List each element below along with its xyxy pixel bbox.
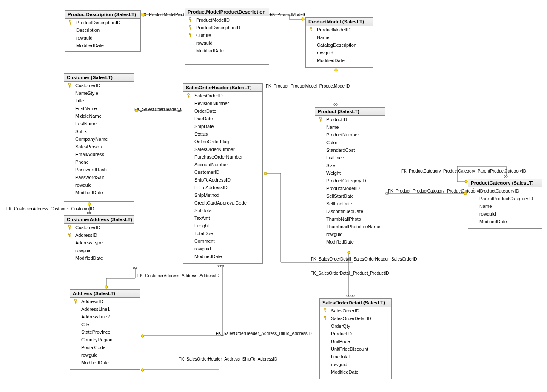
column-row[interactable]: PasswordSalt	[64, 173, 134, 181]
column-row[interactable]: rowguid	[320, 361, 391, 368]
table-productDescription[interactable]: ProductDescription (SalesLT)ProductDescr…	[65, 10, 141, 52]
table-salesOrderHeader[interactable]: SalesOrderHeader (SalesLT)SalesOrderIDRe…	[183, 83, 263, 264]
column-row[interactable]: SellStartDate	[315, 192, 385, 200]
table-address[interactable]: Address (SalesLT)AddressIDAddressLine1Ad…	[70, 289, 140, 370]
table-header[interactable]: CustomerAddress (SalesLT)	[64, 216, 134, 224]
table-pmpd[interactable]: ProductModelProductDescriptionProductMod…	[185, 8, 269, 65]
column-row[interactable]: UnitPriceDiscount	[320, 345, 391, 353]
column-row[interactable]: ShipToAddressID	[183, 176, 262, 184]
column-row[interactable]: UnitPrice	[320, 338, 391, 345]
column-row[interactable]: ListPrice	[315, 154, 385, 162]
column-row[interactable]: ModifiedDate	[315, 238, 385, 246]
table-header[interactable]: ProductCategory (SalesLT)	[468, 179, 542, 187]
table-header[interactable]: Customer (SalesLT)	[64, 74, 134, 82]
column-row[interactable]: ProductNumber	[315, 131, 385, 139]
column-row[interactable]: ModifiedDate	[64, 189, 134, 196]
column-row[interactable]: Weight	[315, 169, 385, 177]
column-row[interactable]: Size	[315, 162, 385, 169]
column-row[interactable]: SalesOrderID	[183, 92, 262, 99]
column-row[interactable]: rowguid	[64, 247, 134, 254]
column-row[interactable]: Name	[468, 202, 542, 210]
table-header[interactable]: ProductModel (SalesLT)	[306, 18, 373, 26]
table-header[interactable]: Product (SalesLT)	[315, 108, 385, 116]
column-row[interactable]: ModifiedDate	[183, 253, 262, 260]
column-row[interactable]: ModifiedDate	[320, 368, 391, 376]
column-row[interactable]: Freight	[183, 222, 262, 230]
table-productModel[interactable]: ProductModel (SalesLT)ProductModelIDName…	[305, 17, 373, 68]
column-row[interactable]: rowguid	[65, 34, 140, 42]
column-row[interactable]: NameStyle	[64, 89, 134, 97]
table-productCategory[interactable]: ProductCategory (SalesLT)ProductCategory…	[468, 179, 542, 229]
column-row[interactable]: BillToAddressID	[183, 184, 262, 191]
column-row[interactable]: AccountNumber	[183, 161, 262, 168]
column-row[interactable]: Phone	[64, 158, 134, 166]
column-row[interactable]: Color	[315, 139, 385, 146]
column-row[interactable]: EmailAddress	[64, 151, 134, 158]
column-row[interactable]: CustomerID	[64, 82, 134, 89]
column-row[interactable]: AddressLine2	[70, 313, 140, 321]
column-row[interactable]: PurchaseOrderNumber	[183, 153, 262, 161]
column-row[interactable]: OrderDate	[183, 107, 262, 115]
relationship-line[interactable]	[142, 266, 219, 370]
column-row[interactable]: Suffix	[64, 128, 134, 135]
column-row[interactable]: Title	[64, 97, 134, 105]
table-body[interactable]: ProductIDNameProductNumberColorStandardC…	[315, 116, 385, 250]
column-row[interactable]: OnlineOrderFlag	[183, 138, 262, 145]
column-row[interactable]: DueDate	[183, 115, 262, 122]
column-row[interactable]: ProductID	[320, 330, 391, 338]
column-row[interactable]: Description	[65, 26, 140, 34]
column-row[interactable]: ProductModelID	[306, 26, 373, 34]
column-row[interactable]: CompanyName	[64, 135, 134, 143]
column-row[interactable]: ModifiedDate	[468, 218, 542, 225]
column-row[interactable]: ProductModelID	[315, 185, 385, 192]
column-row[interactable]: ProductModelID	[185, 16, 269, 24]
column-row[interactable]: Name	[315, 123, 385, 131]
column-row[interactable]: MiddleName	[64, 112, 134, 120]
column-row[interactable]: SalesOrderDetailID	[320, 315, 391, 322]
column-row[interactable]: OrderQty	[320, 322, 391, 330]
table-header[interactable]: ProductModelProductDescription	[185, 8, 269, 16]
relationship-line[interactable]	[142, 266, 222, 336]
column-row[interactable]: ModifiedDate	[70, 359, 140, 366]
column-row[interactable]: Comment	[183, 237, 262, 245]
column-row[interactable]: rowguid	[315, 230, 385, 238]
column-row[interactable]: AddressID	[64, 231, 134, 239]
table-header[interactable]: SalesOrderHeader (SalesLT)	[183, 84, 262, 92]
column-row[interactable]: TaxAmt	[183, 214, 262, 222]
column-row[interactable]: ParentProductCategoryID	[468, 195, 542, 202]
column-row[interactable]: CustomerID	[183, 168, 262, 176]
column-row[interactable]: rowguid	[64, 181, 134, 189]
column-row[interactable]: SellEndDate	[315, 200, 385, 207]
table-customerAddress[interactable]: CustomerAddress (SalesLT)CustomerIDAddre…	[64, 215, 134, 265]
relationship-line[interactable]	[106, 268, 135, 287]
column-row[interactable]: FirstName	[64, 105, 134, 112]
column-row[interactable]: ProductCategoryID	[315, 177, 385, 185]
column-row[interactable]: SalesOrderID	[320, 307, 391, 315]
column-row[interactable]: ThumbNailPhoto	[315, 215, 385, 223]
column-row[interactable]: RevisionNumber	[183, 99, 262, 107]
column-row[interactable]: SalesPerson	[64, 143, 134, 151]
column-row[interactable]: ProductCategoryID	[468, 187, 542, 195]
column-row[interactable]: ModifiedDate	[185, 47, 269, 54]
column-row[interactable]: ModifiedDate	[306, 57, 373, 64]
table-salesOrderDetail[interactable]: SalesOrderDetail (SalesLT)SalesOrderIDSa…	[319, 298, 392, 379]
column-row[interactable]: CreditCardApprovalCode	[183, 199, 262, 207]
column-row[interactable]: StateProvince	[70, 328, 140, 336]
column-row[interactable]: rowguid	[468, 210, 542, 218]
column-row[interactable]: SubTotal	[183, 207, 262, 214]
column-row[interactable]: ShipMethod	[183, 191, 262, 199]
column-row[interactable]: ThumbnailPhotoFileName	[315, 223, 385, 230]
column-row[interactable]: ProductID	[315, 116, 385, 123]
column-row[interactable]: CatalogDescription	[306, 41, 373, 49]
column-row[interactable]: CountryRegion	[70, 336, 140, 344]
column-row[interactable]: rowguid	[183, 245, 262, 253]
column-row[interactable]: PostalCode	[70, 344, 140, 351]
table-customer[interactable]: Customer (SalesLT)CustomerIDNameStyleTit…	[64, 73, 134, 202]
column-row[interactable]: StandardCost	[315, 146, 385, 154]
column-row[interactable]: rowguid	[306, 49, 373, 57]
column-row[interactable]: AddressLine1	[70, 305, 140, 313]
table-product[interactable]: Product (SalesLT)ProductIDNameProductNum…	[315, 107, 385, 250]
column-row[interactable]: TotalDue	[183, 230, 262, 237]
column-row[interactable]: rowguid	[70, 351, 140, 359]
column-row[interactable]: AddressID	[70, 298, 140, 305]
